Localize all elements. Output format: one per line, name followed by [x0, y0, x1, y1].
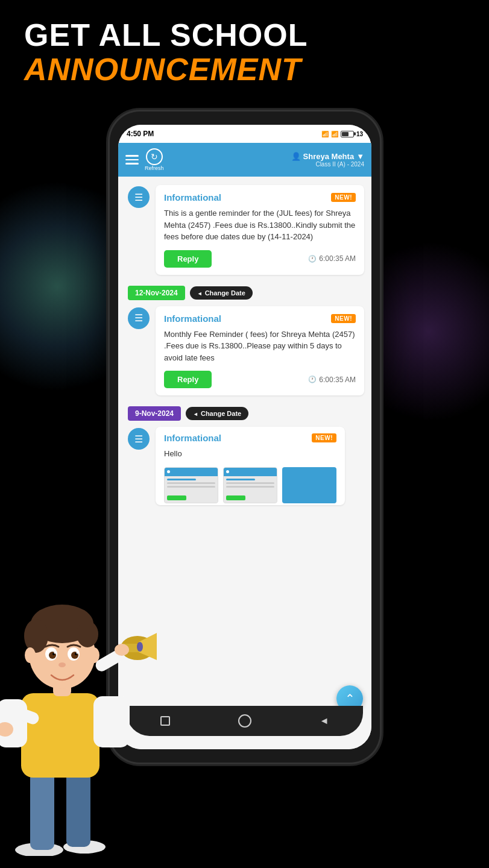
svg-point-8 — [29, 619, 95, 689]
thumbnail-row — [164, 467, 336, 503]
svg-point-13 — [68, 647, 80, 661]
date-badge-2: 12-Nov-2024 — [128, 286, 185, 300]
new-badge-2: NEW! — [331, 314, 356, 323]
battery-icon — [341, 131, 354, 137]
svg-rect-3 — [66, 772, 90, 847]
card-footer-2: Reply 🕐 6:00:35 AM — [164, 371, 356, 388]
list-item: ☰ Informational NEW! This is a gentle re… — [118, 183, 371, 281]
announcement-card-1: Informational NEW! This is a gentle remi… — [156, 185, 364, 275]
header-line2: ANNOUNCEMENT — [24, 52, 465, 87]
clock-icon-2: 🕐 — [308, 376, 317, 383]
phone-frame: 4:50 PM 📶 📶 13 ↻ — [110, 112, 380, 763]
refresh-icon: ↻ — [151, 153, 158, 161]
svg-point-22 — [89, 647, 99, 663]
status-bar: 4:50 PM 📶 📶 13 — [118, 125, 371, 143]
list-item: ☰ Informational NEW! Hello — [118, 424, 371, 511]
user-info[interactable]: 👤 Shreya Mehta ▼ Class II (A) - 2024 — [291, 152, 364, 168]
app-header: ↻ Refresh 👤 Shreya Mehta ▼ Class II (A) … — [118, 143, 371, 177]
card-type-1: Informational — [164, 192, 221, 203]
announcement-icon-3: ☰ — [128, 428, 150, 450]
svg-point-10 — [24, 619, 48, 653]
new-badge-3: NEW! — [312, 433, 336, 442]
hamburger-menu[interactable] — [125, 155, 139, 165]
announcement-card-2: Informational NEW! Monthly Fee Reminder … — [156, 306, 364, 396]
svg-point-14 — [49, 652, 56, 659]
svg-point-9 — [31, 605, 93, 643]
svg-point-30 — [0, 722, 13, 737]
status-icons: 📶 📶 13 — [321, 131, 363, 137]
user-icon: 👤 — [291, 152, 301, 161]
refresh-label: Refresh — [145, 165, 164, 171]
svg-point-15 — [71, 652, 78, 659]
list-item: ☰ Informational NEW! Monthly Fee Reminde… — [118, 304, 371, 402]
svg-rect-5 — [0, 699, 27, 747]
svg-point-20 — [58, 662, 66, 667]
phone-screen: 4:50 PM 📶 📶 13 ↻ — [118, 125, 371, 749]
user-class: Class II (A) - 2024 — [315, 161, 364, 168]
attachment-thumb-2[interactable] — [223, 467, 277, 503]
refresh-button[interactable]: ↻ Refresh — [145, 148, 164, 171]
announcement-icon: ☰ — [128, 186, 150, 208]
svg-rect-29 — [11, 705, 40, 726]
status-time: 4:50 PM — [127, 130, 154, 138]
card-message-3: Hello — [164, 448, 336, 460]
svg-rect-2 — [30, 772, 54, 850]
svg-point-0 — [15, 843, 63, 856]
svg-point-17 — [75, 653, 77, 655]
timestamp-2: 🕐 6:00:35 AM — [308, 376, 356, 384]
card-header-1: Informational NEW! — [164, 192, 356, 203]
card-header-3: Informational NEW! — [164, 433, 336, 443]
reply-button-1[interactable]: Reply — [164, 250, 212, 268]
battery-fill — [342, 132, 349, 136]
attachment-thumb-3[interactable] — [282, 467, 336, 503]
new-badge-1: NEW! — [331, 193, 356, 202]
scroll-content[interactable]: ☰ Informational NEW! This is a gentle re… — [118, 177, 371, 749]
date-badge-3: 9-Nov-2024 — [128, 406, 181, 421]
recent-apps-button[interactable] — [160, 716, 170, 726]
back-button[interactable]: ◄ — [320, 715, 329, 726]
svg-point-1 — [63, 840, 106, 854]
dropdown-arrow: ▼ — [356, 152, 364, 161]
card-footer-1: Reply 🕐 6:00:35 AM — [164, 250, 356, 268]
time-text-1: 6:00:35 AM — [319, 254, 356, 263]
card-type-3: Informational — [164, 433, 221, 443]
change-date-button-2[interactable]: Change Date — [190, 286, 253, 300]
card-type-2: Informational — [164, 313, 221, 324]
time-text-2: 6:00:35 AM — [319, 376, 356, 384]
date-row-3: 9-Nov-2024 Change Date — [118, 401, 371, 424]
wifi-icon: 📶 — [331, 131, 338, 137]
user-name: Shreya Mehta — [303, 152, 355, 161]
announcement-card-3: Informational NEW! Hello — [156, 427, 345, 505]
clock-icon-1: 🕐 — [308, 255, 317, 263]
user-name-row: 👤 Shreya Mehta ▼ — [291, 152, 364, 161]
header-line1: GET ALL SCHOOL — [24, 18, 465, 52]
card-message-1: This is a gentle reminder for the (JUL f… — [164, 207, 356, 243]
svg-rect-4 — [21, 693, 99, 778]
phone-bottom-bar: ◄ — [127, 706, 363, 736]
svg-point-16 — [52, 653, 55, 655]
svg-rect-7 — [53, 666, 71, 696]
date-row-2: 12-Nov-2024 Change Date — [118, 281, 371, 304]
home-button[interactable] — [238, 714, 251, 728]
svg-point-12 — [45, 647, 57, 661]
change-date-button-3[interactable]: Change Date — [186, 407, 248, 420]
svg-point-19 — [77, 652, 78, 654]
svg-point-21 — [25, 647, 36, 663]
header-section: GET ALL SCHOOL ANNOUNCEMENT — [24, 18, 465, 87]
card-header-2: Informational NEW! — [164, 313, 356, 324]
timestamp-1: 🕐 6:00:35 AM — [308, 254, 356, 263]
svg-point-11 — [77, 621, 98, 647]
svg-point-18 — [54, 652, 56, 654]
announcement-icon-2: ☰ — [128, 307, 150, 329]
battery-level: 13 — [356, 131, 363, 137]
chevron-up-icon: ⌃ — [345, 691, 355, 706]
attachment-thumb-1[interactable] — [164, 467, 218, 503]
card-message-2: Monthly Fee Reminder ( fees) for Shreya … — [164, 329, 356, 364]
sim-icon: 📶 — [321, 131, 329, 137]
reply-button-2[interactable]: Reply — [164, 371, 212, 388]
